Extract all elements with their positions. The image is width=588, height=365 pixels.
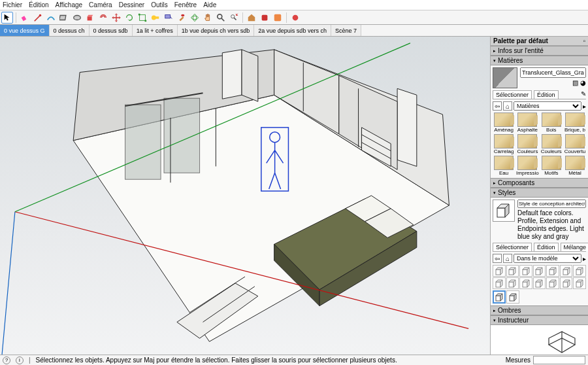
tray-entity-info[interactable]: ▸Infos sur l'entité: [491, 46, 588, 56]
tray-materials[interactable]: ▾Matières: [491, 56, 588, 65]
dropper-icon[interactable]: ◕: [580, 79, 586, 86]
material-folder[interactable]: Brique, b: [564, 113, 586, 133]
scene-tab[interactable]: 0 dessus ch: [50, 25, 90, 36]
style-thumb[interactable]: [560, 265, 573, 277]
menu-draw[interactable]: Dessiner: [119, 1, 144, 9]
style-home-icon[interactable]: ⌂: [503, 254, 512, 263]
scene-tab[interactable]: 0 dessus sdb: [90, 25, 133, 36]
material-folder[interactable]: Aménag: [493, 113, 515, 133]
scene-tab[interactable]: 0 vue dessus G: [0, 25, 50, 36]
material-folder[interactable]: Couleurs: [540, 134, 563, 154]
style-thumb[interactable]: [546, 277, 559, 289]
tray-instructor[interactable]: ▾Instructeur: [491, 315, 588, 325]
svg-line-32: [2, 212, 15, 355]
scene-tab[interactable]: Scène 7: [331, 25, 361, 36]
material-folder[interactable]: Eau: [493, 156, 515, 176]
style-thumb[interactable]: [573, 277, 586, 289]
tape-tool-icon[interactable]: [150, 12, 161, 24]
menu-edit[interactable]: Édition: [29, 1, 49, 9]
mat-tab-select[interactable]: Sélectionner: [493, 90, 532, 99]
text-tool-icon[interactable]: [163, 12, 174, 24]
layout-icon[interactable]: [272, 12, 284, 24]
material-folder[interactable]: Asphalte: [516, 113, 539, 133]
style-tab-select[interactable]: Sélectionner: [493, 243, 532, 251]
style-tab-edit[interactable]: Édition: [534, 243, 559, 251]
menu-bar: Fichier Édition Affichage Caméra Dessine…: [0, 0, 588, 10]
rotate-tool-icon[interactable]: [123, 12, 135, 24]
panel-pin-icon[interactable]: ▫: [583, 37, 585, 44]
material-folder[interactable]: Couleurs: [516, 134, 539, 154]
material-folder[interactable]: Couvertu: [564, 134, 586, 154]
svg-point-12: [191, 16, 199, 19]
style-thumb[interactable]: [493, 265, 506, 277]
rectangle-tool-icon[interactable]: [58, 12, 70, 24]
style-name-input[interactable]: [517, 200, 586, 208]
menu-window[interactable]: Fenêtre: [174, 1, 197, 9]
style-thumb[interactable]: [533, 265, 546, 277]
material-folder[interactable]: Bois: [540, 113, 563, 133]
circle-tool-icon[interactable]: [71, 12, 83, 24]
panel-title: Palette par défaut ▫: [491, 37, 588, 46]
style-thumb[interactable]: [519, 265, 532, 277]
info-icon[interactable]: i: [16, 356, 24, 364]
extension-icon[interactable]: [259, 12, 270, 24]
menu-camera[interactable]: Caméra: [89, 1, 112, 9]
style-thumb[interactable]: [573, 265, 586, 277]
eraser-tool-icon[interactable]: [19, 12, 31, 24]
material-folder[interactable]: Impressio: [516, 156, 539, 176]
material-folder[interactable]: Carrelag: [493, 134, 515, 154]
zoom-extents-icon[interactable]: [228, 12, 240, 24]
style-collection-select[interactable]: Dans le modèle: [514, 254, 581, 263]
svg-rect-4: [88, 16, 92, 20]
mat-tab-edit[interactable]: Édition: [534, 90, 559, 99]
style-thumb[interactable]: [506, 290, 519, 304]
tray-shadows[interactable]: ▸Ombres: [491, 305, 588, 315]
measure-input[interactable]: [533, 356, 585, 364]
3d-viewport[interactable]: [0, 37, 490, 355]
menu-view[interactable]: Affichage: [56, 1, 83, 9]
menu-tools[interactable]: Outils: [151, 1, 168, 9]
details-icon[interactable]: ▸: [583, 103, 586, 110]
style-thumb[interactable]: [533, 277, 546, 289]
material-folder[interactable]: Métal: [564, 156, 586, 176]
scene-tab[interactable]: 1a lit + coffres: [133, 25, 178, 36]
style-thumb[interactable]: [506, 265, 519, 277]
warehouse-icon[interactable]: [246, 12, 257, 24]
offset-tool-icon[interactable]: [97, 12, 109, 24]
style-thumb[interactable]: [560, 277, 573, 289]
style-thumb[interactable]: [506, 277, 519, 289]
scale-tool-icon[interactable]: [137, 12, 148, 24]
scene-tab[interactable]: 1b vue depuis ch vers sdb: [178, 25, 255, 36]
menu-file[interactable]: Fichier: [3, 1, 22, 9]
style-tab-mix[interactable]: Mélange: [561, 243, 588, 251]
tray-components[interactable]: ▸Composants: [491, 178, 588, 188]
zoom-tool-icon[interactable]: [215, 12, 227, 24]
material-name-input[interactable]: [520, 67, 586, 78]
arc-tool-icon[interactable]: [45, 12, 57, 24]
help-icon[interactable]: ?: [3, 356, 10, 364]
orbit-tool-icon[interactable]: [189, 12, 201, 24]
fredo-tool-icon[interactable]: [289, 12, 301, 24]
back-icon[interactable]: ⇦: [493, 101, 502, 111]
material-collection-select[interactable]: Matières: [514, 101, 581, 111]
pan-tool-icon[interactable]: [202, 12, 214, 24]
menu-help[interactable]: Aide: [203, 1, 216, 9]
line-tool-icon[interactable]: [32, 12, 44, 24]
select-tool-icon[interactable]: [1, 12, 13, 24]
paint-tool-icon[interactable]: [176, 12, 188, 24]
style-thumb[interactable]: [493, 277, 506, 289]
style-back-icon[interactable]: ⇦: [493, 254, 502, 263]
style-thumb[interactable]: [546, 265, 559, 277]
pushpull-tool-icon[interactable]: [84, 12, 96, 24]
tray-styles[interactable]: ▾Styles: [491, 188, 588, 198]
pencil-icon[interactable]: ✎: [581, 90, 586, 99]
scene-tab[interactable]: 2a vue depuis sdb vers ch: [254, 25, 331, 36]
style-thumb-active[interactable]: [493, 290, 506, 304]
svg-rect-41: [563, 269, 568, 275]
style-details-icon[interactable]: ▸: [583, 255, 586, 262]
create-material-icon[interactable]: ▧: [572, 79, 578, 86]
style-thumb[interactable]: [519, 277, 532, 289]
move-tool-icon[interactable]: [110, 12, 122, 24]
material-folder[interactable]: Motifs: [540, 156, 563, 176]
home-icon[interactable]: ⌂: [503, 101, 512, 111]
